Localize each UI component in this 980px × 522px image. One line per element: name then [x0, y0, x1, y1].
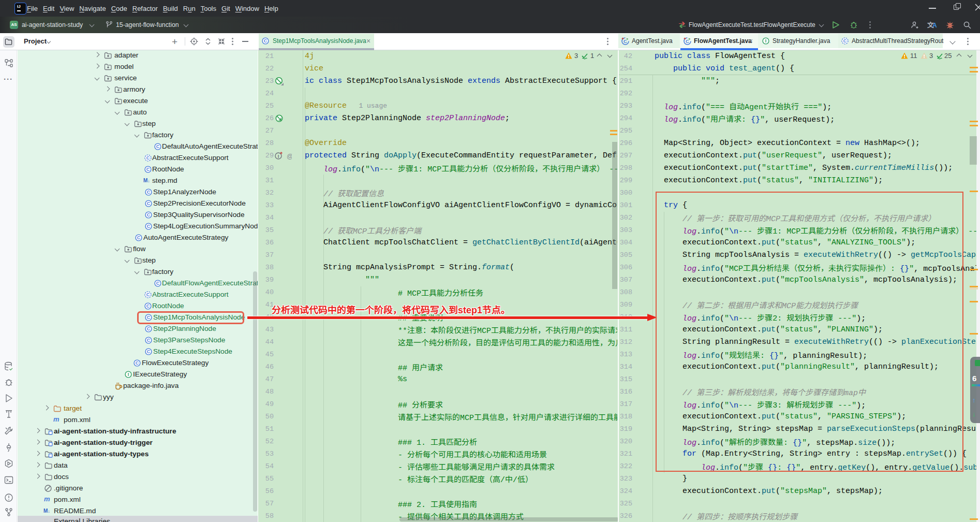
svg-text:C: C — [146, 167, 150, 172]
svg-text:C: C — [146, 155, 150, 161]
svg-text:C: C — [147, 224, 151, 229]
svg-text:C: C — [264, 38, 268, 44]
svg-text:C: C — [137, 235, 141, 240]
svg-text:C: C — [146, 303, 150, 309]
svg-text:C: C — [147, 326, 151, 331]
svg-text:C: C — [156, 281, 160, 286]
svg-text:C: C — [843, 38, 847, 44]
svg-text:I: I — [278, 154, 279, 159]
svg-text:I: I — [765, 38, 767, 44]
svg-text:@: @ — [287, 153, 292, 160]
svg-text:C: C — [147, 201, 151, 206]
svg-text:C: C — [147, 349, 151, 354]
svg-text:C: C — [136, 360, 139, 366]
svg-text:I: I — [128, 372, 129, 377]
svg-text:C: C — [147, 212, 151, 218]
svg-text:C: C — [147, 338, 151, 343]
svg-text:C: C — [156, 144, 160, 149]
svg-text:C: C — [146, 292, 150, 297]
svg-text:C: C — [147, 190, 151, 195]
